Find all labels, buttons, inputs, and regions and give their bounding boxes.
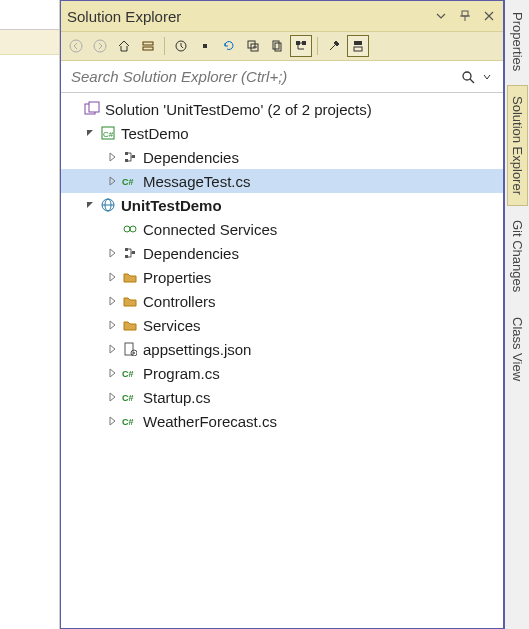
connected-services-node[interactable]: Connected Services	[61, 217, 503, 241]
connected-services-icon	[121, 220, 139, 238]
svg-text:C#: C#	[122, 393, 134, 403]
file-node-startup[interactable]: C# Startup.cs	[61, 385, 503, 409]
svg-point-41	[133, 352, 135, 354]
solution-tree: Solution 'UnitTestDemo' (2 of 2 projects…	[61, 93, 503, 628]
expand-closed-icon[interactable]	[105, 150, 119, 164]
svg-text:C#: C#	[122, 369, 134, 379]
app-shell: Solution Explorer	[0, 0, 529, 629]
side-tab-well: Properties Solution Explorer Git Changes…	[504, 0, 529, 629]
tab-properties[interactable]: Properties	[508, 2, 527, 81]
expand-closed-icon[interactable]	[105, 414, 119, 428]
services-folder-node[interactable]: Services	[61, 313, 503, 337]
collapse-all-button[interactable]	[242, 35, 264, 57]
expand-open-icon[interactable]	[83, 198, 97, 212]
toolbar	[61, 31, 503, 61]
dependencies-icon	[121, 244, 139, 262]
svg-text:C#: C#	[122, 177, 134, 187]
properties-folder-node[interactable]: Properties	[61, 265, 503, 289]
expand-closed-icon[interactable]	[105, 270, 119, 284]
node-label: WeatherForecast.cs	[143, 413, 277, 430]
project-node-unittestdemo[interactable]: UnitTestDemo	[61, 193, 503, 217]
node-label: Controllers	[143, 293, 216, 310]
search-icon[interactable]	[457, 70, 479, 84]
svg-rect-20	[354, 47, 362, 51]
node-label: appsettings.json	[143, 341, 251, 358]
file-node-messagetest[interactable]: C# MessageTest.cs	[61, 169, 503, 193]
node-label: Dependencies	[143, 149, 239, 166]
expand-open-icon[interactable]	[83, 126, 97, 140]
toolbar-separator	[164, 37, 165, 55]
properties-button[interactable]	[323, 35, 345, 57]
svg-text:C#: C#	[122, 417, 134, 427]
expand-closed-icon[interactable]	[105, 342, 119, 356]
refresh-button[interactable]	[218, 35, 240, 57]
forward-button[interactable]	[89, 35, 111, 57]
svg-rect-8	[203, 44, 207, 48]
svg-rect-36	[125, 248, 128, 251]
home-button[interactable]	[113, 35, 135, 57]
folder-icon	[121, 316, 139, 334]
left-gutter	[0, 0, 60, 629]
svg-rect-39	[125, 343, 133, 355]
folder-icon	[121, 292, 139, 310]
dependencies-node[interactable]: Dependencies	[61, 241, 503, 265]
expand-closed-icon[interactable]	[105, 366, 119, 380]
node-label: Solution 'UnitTestDemo' (2 of 2 projects…	[105, 101, 372, 118]
panel-titlebar: Solution Explorer	[61, 1, 503, 31]
expand-closed-icon[interactable]	[105, 390, 119, 404]
svg-rect-0	[462, 11, 468, 16]
solution-node[interactable]: Solution 'UnitTestDemo' (2 of 2 projects…	[61, 97, 503, 121]
svg-rect-19	[354, 41, 362, 45]
solution-explorer-panel: Solution Explorer	[60, 0, 504, 629]
node-label: Dependencies	[143, 245, 239, 262]
svg-rect-28	[125, 159, 128, 162]
tab-class-view[interactable]: Class View	[508, 307, 527, 391]
controllers-folder-node[interactable]: Controllers	[61, 289, 503, 313]
svg-rect-38	[132, 251, 135, 254]
node-label: Properties	[143, 269, 211, 286]
web-project-icon	[99, 196, 117, 214]
csharp-file-icon: C#	[121, 388, 139, 406]
json-file-icon	[121, 340, 139, 358]
close-icon[interactable]	[481, 8, 497, 24]
csharp-file-icon: C#	[121, 364, 139, 382]
svg-point-4	[94, 40, 106, 52]
svg-rect-6	[143, 47, 153, 50]
preview-button[interactable]	[347, 35, 369, 57]
svg-text:C#: C#	[103, 130, 114, 139]
node-label: Services	[143, 317, 201, 334]
dependencies-node[interactable]: Dependencies	[61, 145, 503, 169]
csproj-icon: C#	[99, 124, 117, 142]
pending-changes-filter-button[interactable]	[170, 35, 192, 57]
sync-active-button[interactable]	[194, 35, 216, 57]
svg-rect-37	[125, 255, 128, 258]
dependencies-icon	[121, 148, 139, 166]
svg-rect-5	[143, 42, 153, 45]
file-node-appsettings[interactable]: appsettings.json	[61, 337, 503, 361]
expand-closed-icon[interactable]	[105, 294, 119, 308]
svg-rect-14	[296, 41, 300, 45]
folder-icon	[121, 268, 139, 286]
svg-rect-15	[302, 41, 306, 45]
expand-closed-icon[interactable]	[105, 174, 119, 188]
back-button[interactable]	[65, 35, 87, 57]
search-input[interactable]	[69, 67, 457, 86]
svg-point-34	[124, 226, 130, 232]
file-node-program[interactable]: C# Program.cs	[61, 361, 503, 385]
svg-point-35	[130, 226, 136, 232]
search-dropdown-icon[interactable]	[479, 73, 495, 81]
svg-rect-24	[89, 102, 99, 112]
expand-closed-icon[interactable]	[105, 246, 119, 260]
tab-solution-explorer[interactable]: Solution Explorer	[507, 85, 528, 206]
switch-views-button[interactable]	[137, 35, 159, 57]
expand-closed-icon[interactable]	[105, 318, 119, 332]
tab-git-changes[interactable]: Git Changes	[508, 210, 527, 302]
show-all-files-button[interactable]	[266, 35, 288, 57]
auto-hide-pin-icon[interactable]	[457, 8, 473, 24]
preview-selected-button[interactable]	[290, 35, 312, 57]
solution-icon	[83, 100, 101, 118]
toolbar-separator	[317, 37, 318, 55]
project-node-testdemo[interactable]: C# TestDemo	[61, 121, 503, 145]
window-dropdown-icon[interactable]	[433, 8, 449, 24]
file-node-weatherforecast[interactable]: C# WeatherForecast.cs	[61, 409, 503, 433]
